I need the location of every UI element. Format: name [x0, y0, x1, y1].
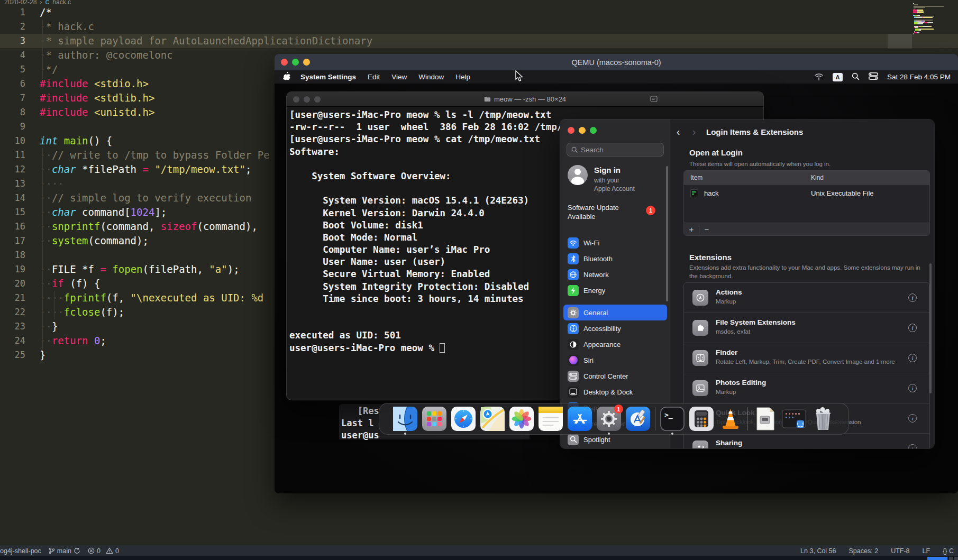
- table-row[interactable]: hack Unix Executable File: [684, 185, 929, 201]
- dock-item-safari[interactable]: [451, 407, 476, 431]
- sidebar-item-desktop-dock[interactable]: Desktop & Dock: [563, 384, 667, 400]
- add-item-button[interactable]: +: [684, 225, 699, 234]
- input-source-indicator[interactable]: A: [833, 73, 843, 81]
- content-scrollbar[interactable]: [929, 263, 932, 393]
- code-line-2[interactable]: 2·* hack.c: [0, 20, 958, 34]
- dock-item-system-settings[interactable]: 1: [597, 407, 621, 431]
- maximize-button[interactable]: [314, 96, 321, 103]
- running-indicator: [608, 433, 610, 435]
- extension-name: Actions: [716, 288, 742, 296]
- info-icon[interactable]: i: [908, 384, 917, 392]
- dock-item-minimized-window[interactable]: [782, 407, 806, 431]
- dock-item-trash[interactable]: [811, 407, 835, 431]
- remote-indicator[interactable]: og4j-shell-poc: [0, 547, 41, 555]
- info-icon[interactable]: i: [908, 354, 917, 362]
- settings-search-input[interactable]: Search: [567, 143, 664, 157]
- line-number: 6: [0, 77, 25, 91]
- line-number: 8: [0, 105, 25, 120]
- extension-row-sharing[interactable]: Sharingi: [684, 434, 929, 449]
- info-icon[interactable]: i: [908, 293, 917, 302]
- back-button[interactable]: ‹: [670, 126, 686, 138]
- minimap-viewport[interactable]: [888, 34, 912, 49]
- maximize-button[interactable]: [590, 127, 597, 134]
- spotlight-search-icon[interactable]: [852, 72, 860, 82]
- sidebar-item-siri[interactable]: Siri: [563, 352, 667, 368]
- problems-status[interactable]: 0 0: [88, 547, 119, 555]
- maximize-button[interactable]: [292, 59, 299, 66]
- dock-item-maps[interactable]: [480, 407, 505, 431]
- line-number: 4: [0, 48, 25, 62]
- code-text: ·* author: @cocomelonc: [40, 48, 173, 62]
- dock-item-vlc[interactable]: [718, 407, 743, 431]
- software-update-row[interactable]: Software UpdateAvailable 1: [568, 203, 663, 221]
- extension-row-finder[interactable]: FinderRotate Left, Markup, Trim, Create …: [684, 343, 929, 373]
- dock-item-calculator[interactable]: [689, 407, 714, 431]
- dock-item-launchpad[interactable]: [422, 407, 446, 431]
- extension-detail: msdos, exfat: [716, 328, 750, 335]
- encoding[interactable]: UTF-8: [891, 547, 909, 555]
- dock-item-terminal[interactable]: >_: [660, 407, 685, 431]
- menu-edit[interactable]: Edit: [362, 73, 386, 81]
- sidebar-item-energy[interactable]: Energy: [563, 282, 667, 298]
- minimize-button[interactable]: [304, 96, 310, 103]
- sidebar-item-general[interactable]: General: [563, 305, 667, 320]
- eol-sequence[interactable]: LF: [923, 547, 930, 555]
- forward-button[interactable]: ›: [686, 126, 702, 138]
- sign-in-subtitle: with yourApple Account: [594, 176, 635, 193]
- sidebar-item-wi-fi[interactable]: Wi-Fi: [563, 235, 667, 251]
- extension-row-actions[interactable]: ActionsMarkupi: [684, 283, 929, 313]
- info-icon[interactable]: i: [908, 324, 917, 332]
- dock-item-finder[interactable]: [393, 407, 417, 431]
- control-center-icon[interactable]: [869, 72, 878, 81]
- indent-guide: [42, 148, 43, 350]
- line-number: 24: [0, 334, 25, 348]
- wifi-alert-icon[interactable]: [814, 72, 824, 82]
- sidebar-item-accessibility[interactable]: Accessibility: [563, 320, 667, 336]
- minimap[interactable]: [913, 3, 956, 35]
- minimize-button[interactable]: [303, 59, 310, 66]
- dock-item-dmg-file[interactable]: [753, 407, 777, 431]
- taskbar-fragment: [954, 557, 958, 560]
- sidebar-item-appearance[interactable]: Appearance: [563, 336, 667, 352]
- dock-item-xcode[interactable]: [626, 407, 650, 431]
- language-mode[interactable]: {} C: [943, 547, 954, 555]
- qemu-titlebar[interactable]: QEMU (macos-sonoma-0): [275, 54, 958, 70]
- menu-window[interactable]: Window: [413, 73, 450, 81]
- dock-item-photos[interactable]: [509, 407, 534, 431]
- terminal-list-icon[interactable]: [650, 95, 658, 105]
- sidebar-item-label: Bluetooth: [583, 255, 613, 263]
- sidebar-item-label: Appearance: [583, 341, 621, 348]
- info-icon[interactable]: i: [908, 444, 917, 449]
- extension-row-file-system-extensions[interactable]: File System Extensionsmsdos, exfati: [684, 313, 929, 343]
- extensions-description: Extensions add extra functionality to yo…: [689, 263, 923, 280]
- sidebar-item-network[interactable]: Network: [563, 267, 667, 282]
- terminal-titlebar[interactable]: meow — -zsh — 80×24: [287, 92, 763, 107]
- close-button[interactable]: [293, 96, 299, 103]
- sync-icon[interactable]: [74, 547, 80, 554]
- sidebar-scrollbar[interactable]: [666, 166, 668, 301]
- menu-app-name[interactable]: System Settings: [295, 73, 362, 81]
- close-button[interactable]: [568, 127, 574, 134]
- info-icon[interactable]: i: [908, 414, 917, 423]
- cursor-position[interactable]: Ln 3, Col 56: [800, 547, 836, 555]
- sign-in-row[interactable]: Sign in with yourApple Account: [568, 165, 635, 193]
- indentation[interactable]: Spaces: 2: [849, 547, 879, 555]
- code-line-3[interactable]: 3·* simple payload for AutoLaunchedAppli…: [0, 34, 958, 48]
- dock-item-app-store[interactable]: [568, 407, 592, 431]
- minimize-button[interactable]: [579, 127, 586, 134]
- git-branch-status[interactable]: main: [49, 547, 80, 555]
- extension-row-photos-editing[interactable]: Photos EditingMarkupi: [684, 373, 929, 403]
- code-line-1[interactable]: 1/*: [0, 5, 958, 20]
- dock-item-notes[interactable]: [539, 407, 563, 431]
- menu-help[interactable]: Help: [450, 73, 476, 81]
- line-number: 19: [0, 262, 25, 277]
- sidebar-item-control-center[interactable]: Control Center: [563, 368, 667, 384]
- menu-bar-clock[interactable]: Sat 28 Feb 4:05 PM: [887, 73, 951, 81]
- code-text: /*: [40, 5, 52, 20]
- menu-view[interactable]: View: [386, 73, 413, 81]
- remove-item-button[interactable]: −: [699, 225, 714, 234]
- sidebar-item-bluetooth[interactable]: Bluetooth: [563, 251, 667, 267]
- close-button[interactable]: [281, 59, 288, 66]
- gear-icon: [568, 307, 579, 318]
- apple-menu-icon[interactable]: [282, 72, 295, 82]
